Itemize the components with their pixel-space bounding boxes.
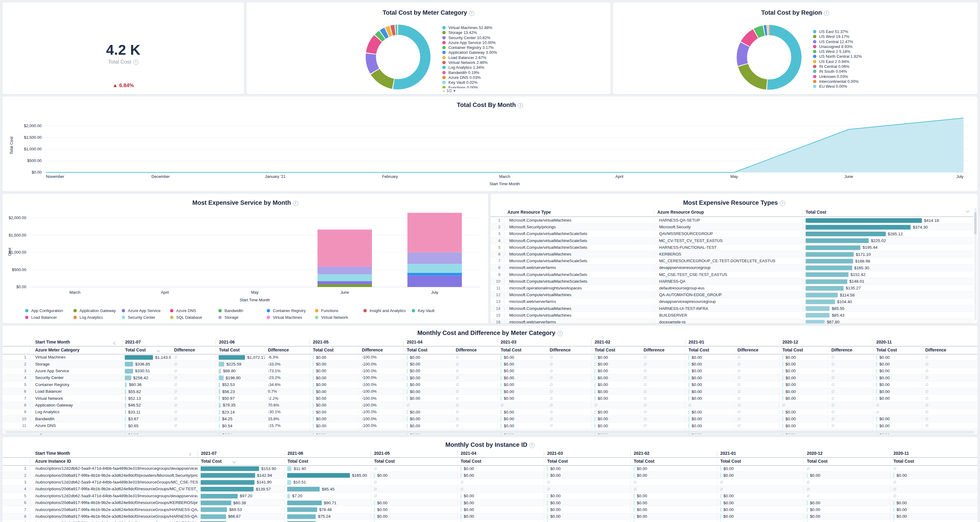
- table-row[interactable]: 3Azure App Service$330.51∅$88.80-73.1%$0…: [2, 368, 978, 374]
- legend-item[interactable]: App Configuration: [25, 308, 73, 314]
- column-header-total-cost[interactable]: Total Cost: [457, 459, 544, 463]
- legend-item[interactable]: Key Vault: [412, 308, 460, 314]
- table-row[interactable]: 2Storage$336.85∅$225.59-33.0%$0.00-100.0…: [2, 361, 978, 367]
- info-icon[interactable]: i: [824, 11, 829, 16]
- table-row[interactable]: 1/subscriptions/12d2db62-5aa9-471d-84bb-…: [2, 465, 978, 472]
- month-header[interactable]: 2020-11: [873, 339, 967, 345]
- table-row[interactable]: 2Microsoft.Security/pricingsMicrosoft.Se…: [491, 224, 973, 230]
- column-header-difference[interactable]: Difference: [358, 347, 403, 352]
- column-header-difference[interactable]: Difference: [640, 347, 685, 352]
- legend-item[interactable]: US East 51.37%: [813, 29, 862, 34]
- column-header-total-cost[interactable]: Total Cost: [216, 347, 264, 352]
- legend-item[interactable]: Application Gateway: [73, 308, 122, 314]
- legend-item[interactable]: Storage: [218, 314, 267, 321]
- column-header-category[interactable]: Azure Instance ID: [30, 459, 197, 463]
- table-row[interactable]: 5Microsoft.Compute/virtualMachineScaleSe…: [491, 244, 973, 251]
- month-header[interactable]: 2021-03: [497, 339, 591, 345]
- legend-item[interactable]: Functions: [315, 308, 363, 314]
- info-icon[interactable]: i: [558, 331, 563, 336]
- table-row[interactable]: 9Microsoft.Compute/virtualMachineScaleSe…: [491, 271, 973, 278]
- legend-item[interactable]: Azure App Service 10.00%: [442, 40, 497, 45]
- month-header[interactable]: 2020-11: [890, 450, 977, 457]
- legend-item[interactable]: Security Center: [122, 314, 170, 321]
- column-header-total-cost[interactable]: Total Cost: [122, 347, 171, 352]
- sort-chevron-down-icon[interactable]: [157, 348, 160, 352]
- column-header-total-cost[interactable]: Total Cost: [717, 459, 803, 463]
- month-header[interactable]: 2021-04: [457, 450, 544, 457]
- legend-item[interactable]: Bandwidth: [218, 308, 267, 314]
- month-header[interactable]: 2020-12: [803, 450, 890, 457]
- month-header[interactable]: 2021-02: [630, 450, 717, 457]
- stack-segment-security-center[interactable]: [407, 264, 462, 273]
- table-row[interactable]: 13microsoft.web/serverfarmsdevappservice…: [491, 298, 973, 305]
- month-header[interactable]: 2021-05: [371, 450, 457, 457]
- column-header-total-cost[interactable]: Total Cost: [803, 459, 890, 463]
- table-row[interactable]: 14Microsoft.Compute/virtualMachinesHARNE…: [491, 305, 973, 312]
- column-header-difference[interactable]: Difference: [546, 347, 591, 352]
- service-by-month-stacked-chart[interactable]: $0.00$500.00$1,000.00$1,500.00$2,000.00M…: [2, 194, 488, 306]
- column-header-total-cost[interactable]: Total Cost: [630, 459, 717, 463]
- month-header[interactable]: 2021-04: [403, 339, 497, 345]
- month-header[interactable]: 2021-06: [216, 339, 310, 345]
- page-up-icon[interactable]: ▲: [442, 89, 445, 93]
- legend-item[interactable]: EU West 0.00%: [813, 84, 862, 89]
- table-row[interactable]: 10Microsoft.Compute/virtualMachineScaleS…: [491, 278, 973, 285]
- table-row[interactable]: 8microsoft.web/serverfarmsdevappservicer…: [491, 264, 973, 271]
- column-header-total-cost[interactable]: Total Cost: [544, 459, 630, 463]
- table-row[interactable]: 7Microsoft.Compute/virtualMachineScaleSe…: [491, 258, 973, 264]
- legend-item[interactable]: Bandwidth 0.19%: [442, 70, 497, 75]
- table-row[interactable]: 12Microsoft.Compute/virtualMachinesQA-AU…: [491, 292, 973, 298]
- table-row[interactable]: 1Microsoft.Compute/virtualMachinesHARNES…: [491, 217, 973, 224]
- month-header[interactable]: 2021-05: [310, 339, 403, 345]
- table-row[interactable]: 9Log Analytics$33.11∅$23.14-30.1%$0.00-1…: [2, 409, 978, 415]
- column-header-total-cost[interactable]: Total Cost: [284, 459, 371, 463]
- table-row[interactable]: 4/subscriptions/20d6a917-99fa-4b1b-9b2e-…: [2, 486, 978, 492]
- month-header[interactable]: 2021-07: [122, 339, 216, 345]
- legend-item[interactable]: Intercontinental 0.00%: [813, 79, 862, 84]
- legend-item[interactable]: Unknown 0.03%: [813, 74, 862, 79]
- scrollbar-thumb[interactable]: [974, 212, 977, 234]
- info-icon[interactable]: i: [469, 11, 474, 16]
- stack-segment-container-registry[interactable]: [407, 273, 462, 276]
- column-header-total-cost[interactable]: Total Cost: [890, 459, 977, 463]
- column-header-difference[interactable]: Difference: [452, 347, 497, 352]
- legend-item[interactable]: Load Balancer: [25, 314, 73, 321]
- legend-item[interactable]: Container Registry: [267, 308, 315, 314]
- table-row[interactable]: 1Virtual Machines$1,143.93∅$1,072.17-6.3…: [2, 354, 978, 361]
- vertical-scrollbar[interactable]: [974, 208, 977, 321]
- column-header-total-cost[interactable]: Total Cost: [685, 347, 734, 352]
- legend-item[interactable]: Load Balancer 2.67%: [442, 55, 497, 60]
- info-icon[interactable]: i: [780, 201, 785, 206]
- stack-segment-storage[interactable]: [407, 252, 462, 264]
- collapse-chevron-left-icon[interactable]: [189, 453, 192, 456]
- legend-item[interactable]: Log Analytics: [73, 314, 122, 321]
- table-row[interactable]: 8/subscriptions/20d6a917-99fa-4b1b-9b2e-…: [2, 513, 978, 520]
- column-header-total-cost[interactable]: Total Cost: [310, 347, 358, 352]
- table-row[interactable]: 5Container Registry$80.36∅$52.53-34.6%$0…: [2, 381, 978, 388]
- column-header-total-cost[interactable]: Total Cost: [197, 459, 284, 463]
- table-row[interactable]: 9/subscriptions/20d6a917-99fa-4b1b-9b2e-…: [2, 520, 978, 522]
- month-header[interactable]: 2021-02: [591, 339, 685, 345]
- column-header-total-cost[interactable]: Total Cost: [371, 459, 457, 463]
- table-row[interactable]: 3Microsoft.Compute/virtualMachineScaleSe…: [491, 230, 973, 237]
- stack-segment-storage[interactable]: [318, 267, 372, 274]
- legend-item[interactable]: US West 2 5.18%: [813, 49, 862, 54]
- column-header-total-cost[interactable]: Total Cost: [403, 347, 452, 352]
- legend-item[interactable]: Virtual Network 2.46%: [442, 60, 497, 65]
- table-row[interactable]: 8Application Gateway$46.52∅$79.3570.6%$0…: [2, 402, 978, 409]
- column-header-difference[interactable]: Difference: [171, 347, 216, 352]
- legend-item[interactable]: Azure App Service: [122, 308, 170, 314]
- table-row[interactable]: 7Virtual Network$52.13∅$50.97-2.2%$0.00-…: [2, 395, 978, 401]
- month-header[interactable]: 2021-03: [544, 450, 630, 457]
- table-row[interactable]: 2/subscriptions/20d6a917-99fa-4b1b-9b2e-…: [2, 472, 978, 479]
- table-row[interactable]: 10Bandwidth$3.67∅$4.2515.8%$0.00-100.0%$…: [2, 416, 978, 422]
- table-row[interactable]: 16microsoft.web/serverfarmsdocexample-rg…: [491, 319, 973, 323]
- column-header-difference[interactable]: Difference: [922, 347, 967, 352]
- legend-item[interactable]: Container Registry 3.17%: [442, 45, 497, 50]
- column-header-total-cost[interactable]: Total Cost: [803, 209, 973, 214]
- column-header-difference[interactable]: Difference: [264, 347, 310, 352]
- legend-item[interactable]: Key Vault 0.02%: [442, 80, 497, 85]
- column-header-azure-resource-type[interactable]: Azure Resource Type: [504, 209, 654, 214]
- month-header[interactable]: 2021-01: [717, 450, 803, 457]
- table-row[interactable]: 4Microsoft.Compute/virtualMachineScaleSe…: [491, 238, 973, 244]
